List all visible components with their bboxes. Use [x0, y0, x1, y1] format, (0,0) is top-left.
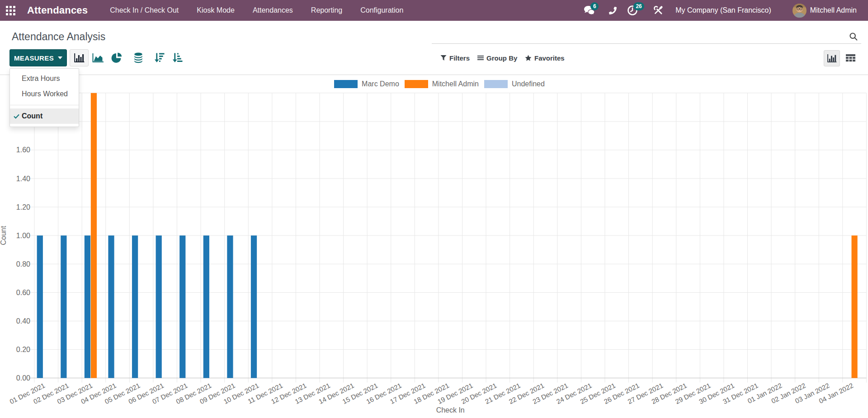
line-chart-mode-button[interactable]	[89, 49, 108, 66]
nav-item-attendances[interactable]: Attendances	[244, 0, 302, 21]
sort-descending-button[interactable]	[150, 49, 169, 66]
search-icon	[849, 32, 858, 41]
caret-down-icon	[58, 56, 62, 59]
page-title: Attendance Analysis	[12, 31, 105, 43]
group-by-label: Group By	[486, 54, 517, 62]
bar-chart: 0.000.200.400.600.801.001.201.401.601.80…	[0, 75, 868, 418]
pivot-view-button[interactable]	[842, 50, 859, 66]
company-switcher[interactable]: My Company (San Francisco)	[675, 6, 771, 14]
avatar[interactable]	[793, 4, 807, 18]
legend-swatch	[484, 80, 508, 88]
chart-legend: Marc DemoMitchell AdminUndefined	[5, 80, 868, 88]
area-chart-icon	[92, 53, 104, 63]
bar[interactable]	[203, 235, 209, 378]
nav-item-configuration[interactable]: Configuration	[351, 0, 412, 21]
y-tick-label: 0.60	[16, 289, 30, 296]
bar[interactable]	[156, 235, 162, 378]
legend-item-mitchell-admin[interactable]: Mitchell Admin	[405, 80, 479, 88]
activities-button[interactable]: 26	[623, 0, 642, 21]
dropdown-divider	[10, 105, 79, 105]
y-tick-label: 1.00	[16, 232, 30, 240]
favorites-button[interactable]: Favorites	[525, 49, 565, 66]
y-tick-label: 1.40	[16, 175, 30, 183]
y-tick-label: 0.00	[16, 374, 30, 382]
bar[interactable]	[227, 235, 233, 378]
sort-amount-desc-icon	[154, 52, 165, 63]
bar[interactable]	[108, 235, 114, 378]
bar[interactable]	[851, 235, 857, 378]
legend-label: Undefined	[512, 80, 545, 88]
messages-badge: 6	[590, 2, 599, 10]
legend-label: Marc Demo	[362, 80, 399, 88]
count-label: Count	[22, 112, 42, 120]
bar[interactable]	[132, 235, 138, 378]
measures-button[interactable]: MEASURES	[9, 49, 67, 66]
legend-swatch	[334, 80, 358, 88]
nav-item-kiosk-mode[interactable]: Kiosk Mode	[188, 0, 244, 21]
view-switcher	[824, 50, 859, 66]
user-menu[interactable]: Mitchell Admin	[810, 6, 857, 14]
activities-badge: 26	[633, 2, 644, 10]
legend-label: Mitchell Admin	[432, 80, 479, 88]
favorites-label: Favorites	[534, 54, 565, 62]
search-area	[432, 30, 861, 44]
phone-icon	[609, 7, 617, 14]
search-button[interactable]	[849, 32, 858, 43]
y-tick-label: 0.40	[16, 317, 30, 325]
y-tick-label: 1.20	[16, 203, 30, 211]
x-axis-title: Check In	[436, 406, 465, 414]
tools-button[interactable]	[648, 0, 668, 21]
bar[interactable]	[37, 235, 43, 378]
bar[interactable]	[179, 235, 185, 378]
bar[interactable]	[251, 235, 257, 378]
nav-item-reporting[interactable]: Reporting	[302, 0, 351, 21]
check-icon	[14, 108, 19, 124]
database-icon	[133, 52, 144, 64]
graph-canvas: 0.000.200.400.600.801.001.201.401.601.80…	[0, 75, 868, 418]
measure-item-hours-worked[interactable]: Hours Worked	[10, 86, 79, 102]
pie-chart-icon	[111, 52, 123, 63]
stacked-toggle-button[interactable]	[129, 49, 148, 66]
apps-grid-icon	[6, 6, 15, 15]
bar[interactable]	[91, 93, 97, 378]
y-tick-label: 0.20	[16, 346, 30, 353]
group-by-button[interactable]: Group By	[477, 49, 517, 66]
bar-chart-icon	[74, 53, 85, 63]
sort-amount-asc-icon	[172, 52, 183, 63]
y-axis-title: Count	[0, 225, 7, 245]
nav-item-checkin-checkout[interactable]: Check In / Check Out	[101, 0, 188, 21]
legend-item-undefined[interactable]: Undefined	[484, 80, 545, 88]
measures-label: MEASURES	[14, 54, 54, 62]
y-tick-label: 1.60	[16, 146, 30, 154]
measures-dropdown: Extra Hours Hours Worked Count	[9, 68, 79, 127]
graph-view-icon	[827, 54, 837, 63]
group-by-icon	[477, 55, 484, 61]
measure-item-extra-hours[interactable]: Extra Hours	[10, 71, 79, 86]
search-input[interactable]	[432, 30, 846, 43]
app-name[interactable]: Attendances	[27, 5, 88, 16]
navbar: Attendances Check In / Check Out Kiosk M…	[0, 0, 868, 21]
legend-swatch	[405, 80, 428, 88]
messages-button[interactable]: 6	[580, 0, 599, 21]
bar-chart-mode-button[interactable]	[70, 49, 89, 66]
measure-item-count[interactable]: Count	[10, 108, 79, 124]
apps-menu-button[interactable]	[0, 0, 21, 21]
y-tick-label: 0.80	[16, 260, 30, 268]
graph-view-button[interactable]	[824, 50, 840, 66]
control-panel: Attendance Analysis MEASURES	[0, 21, 868, 75]
pivot-view-icon	[846, 54, 855, 63]
pie-chart-mode-button[interactable]	[107, 49, 126, 66]
sort-ascending-button[interactable]	[168, 49, 187, 66]
bar[interactable]	[61, 235, 66, 378]
bar[interactable]	[85, 235, 90, 378]
filters-label: Filters	[449, 54, 470, 62]
filters-button[interactable]: Filters	[440, 49, 470, 66]
navbar-systray: 6 26 My Company (San Fra	[580, 0, 868, 21]
filter-icon	[440, 55, 447, 61]
star-icon	[525, 55, 532, 61]
phone-button[interactable]	[603, 0, 623, 21]
legend-item-marc-demo[interactable]: Marc Demo	[334, 80, 399, 88]
nav-menu: Check In / Check Out Kiosk Mode Attendan…	[101, 0, 412, 21]
tools-icon	[654, 6, 663, 15]
